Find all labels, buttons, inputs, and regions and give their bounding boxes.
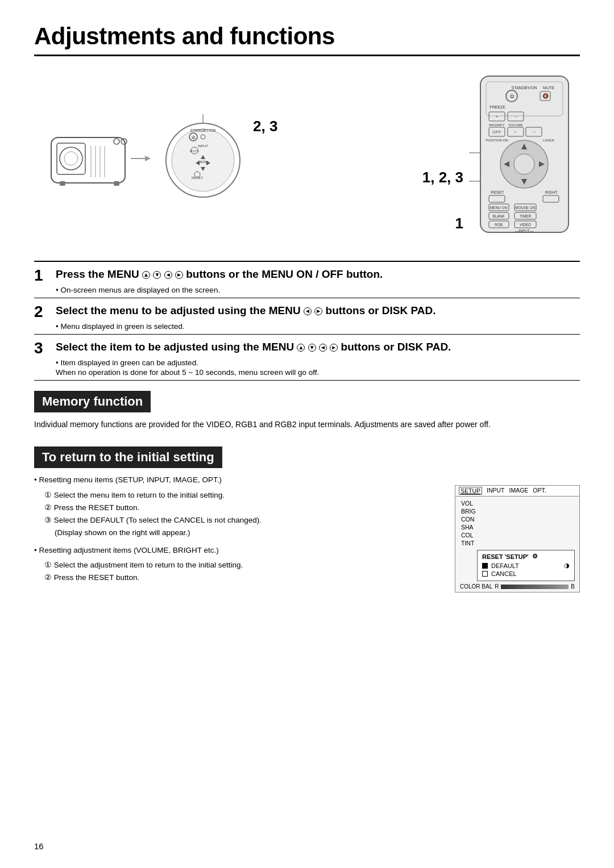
svg-text:RIGHT: RIGHT xyxy=(545,190,558,194)
svg-text:→: → xyxy=(532,129,537,135)
tab-image: IMAGE xyxy=(509,487,529,495)
svg-text:POSITION ON: POSITION ON xyxy=(486,139,508,142)
step-2-number: 2 xyxy=(34,304,50,320)
step-3: 3 Select the item to be adjusted using t… xyxy=(34,335,580,381)
svg-text:STANDBY/ON: STANDBY/ON xyxy=(512,86,537,90)
step-2-note: Menu displayed in green is selected. xyxy=(56,322,580,331)
colorbar xyxy=(501,585,569,589)
page-title: Adjustments and functions xyxy=(34,23,580,50)
svg-text:←: ← xyxy=(513,129,518,135)
return-sub-1-3: ③ Select the DEFAULT (To select the CANC… xyxy=(44,514,438,527)
page-number: 16 xyxy=(34,841,44,851)
return-bullet-1: • Resetting menu items (SETUP, INPUT, IM… xyxy=(34,475,222,484)
empty-square-icon xyxy=(482,571,488,577)
gear-icon: ⚙ xyxy=(532,553,538,560)
step-3-note-2: When no operation is done for about 5 ~ … xyxy=(56,368,580,377)
svg-rect-11 xyxy=(114,181,119,186)
svg-text:LASER: LASER xyxy=(543,139,554,142)
default-option: DEFAULT ◑ xyxy=(482,562,570,569)
svg-text:MENU ON: MENU ON xyxy=(490,206,508,210)
svg-text:+: + xyxy=(496,114,499,119)
svg-text:MAGNIFY: MAGNIFY xyxy=(489,123,504,127)
svg-text:🔇: 🔇 xyxy=(542,93,549,99)
return-sub-1-1: ① Select the menu item to return to the … xyxy=(44,489,438,502)
screen-dialog: SETUP INPUT IMAGE OPT. VOL BRIG CON SHA … xyxy=(455,485,580,592)
step-2-heading: Select the menu to be adjusted using the… xyxy=(56,304,435,318)
colorbar-label: COLOR BAL xyxy=(460,583,492,590)
colorbar-row: COLOR BAL R B xyxy=(460,583,575,590)
tab-opt: OPT. xyxy=(533,487,546,495)
svg-point-55 xyxy=(514,154,534,174)
return-sub-1-2: ② Press the RESET button. xyxy=(44,502,438,514)
popup-title: RESET 'SETUP' ⚙ xyxy=(482,553,570,560)
svg-text:RESET: RESET xyxy=(491,190,504,194)
svg-text:—INPUT—: —INPUT— xyxy=(515,229,534,233)
svg-text:STANDBY/ON: STANDBY/ON xyxy=(190,128,216,132)
return-section-header: To return to the initial setting xyxy=(34,446,222,468)
return-sub-2-1: ① Select the adjustment item to return t… xyxy=(44,559,438,571)
cancel-option: CANCEL xyxy=(482,570,570,577)
steps-section: 1 Press the MENU ▲ ▼ ◄ ► buttons or the … xyxy=(34,261,580,381)
cancel-label: CANCEL xyxy=(491,570,517,577)
brightness-icon: ◑ xyxy=(564,562,570,569)
default-label: DEFAULT xyxy=(491,562,519,569)
return-bullet-2: • Resetting adjustment items (VOLUME, BR… xyxy=(34,546,219,554)
step-1-heading: Press the MENU ▲ ▼ ◄ ► buttons or the ME… xyxy=(56,268,383,282)
filled-square-icon xyxy=(482,563,488,569)
svg-text:⏻: ⏻ xyxy=(192,135,196,139)
settings-table: VOL BRIG CON SHA COL TINT xyxy=(460,499,575,548)
control-panel-diagram: STANDBY/ON ⏻ INPUT MUTE MENU RESET xyxy=(159,112,247,200)
projector-diagram xyxy=(34,112,154,200)
label-1: 1 xyxy=(455,215,463,232)
return-text: • Resetting menu items (SETUP, INPUT, IM… xyxy=(34,474,438,592)
svg-text:FREEZE: FREEZE xyxy=(489,105,505,109)
svg-text:RESET: RESET xyxy=(192,176,203,180)
svg-rect-0 xyxy=(51,137,125,183)
step-3-note-1: Item displayed in green can be adjusted. xyxy=(56,358,580,367)
reset-popup: RESET 'SETUP' ⚙ DEFAULT ◑ CANCEL xyxy=(477,550,575,581)
step-2: 2 Select the menu to be adjusted using t… xyxy=(34,298,580,335)
svg-text:MUTE: MUTE xyxy=(543,86,554,90)
screen-dialog-header: SETUP INPUT IMAGE OPT. xyxy=(455,486,579,496)
step-1: 1 Press the MENU ▲ ▼ ◄ ► buttons or the … xyxy=(34,262,580,298)
return-sub-2-2: ② Press the RESET button. xyxy=(44,571,438,584)
step-3-number: 3 xyxy=(34,340,50,356)
svg-text:OFF: OFF xyxy=(492,130,501,135)
svg-point-8 xyxy=(114,139,119,144)
memory-function-header: Memory function xyxy=(34,391,151,412)
svg-text:VIDEO: VIDEO xyxy=(520,223,531,227)
tab-setup: SETUP xyxy=(459,487,482,495)
svg-text:⏻: ⏻ xyxy=(509,94,515,99)
diagram-area: STANDBY/ON ⏻ INPUT MUTE MENU RESET xyxy=(34,68,580,244)
svg-text:INPUT: INPUT xyxy=(198,144,208,148)
tab-input: INPUT xyxy=(487,487,505,495)
label-2-3: 2, 3 xyxy=(253,118,277,135)
b-label: B xyxy=(571,583,575,590)
step-1-number: 1 xyxy=(34,268,50,283)
svg-text:TIMER: TIMER xyxy=(520,214,532,218)
r-label: R xyxy=(495,583,499,590)
svg-text:VOLUME: VOLUME xyxy=(508,123,522,127)
svg-rect-10 xyxy=(60,181,65,186)
svg-text:MUTE: MUTE xyxy=(190,149,200,153)
remote-control-diagram: STANDBY/ON MUTE ⏻ 🔇 FREEZE + − MAGNIFY V… xyxy=(469,73,580,238)
svg-marker-13 xyxy=(145,156,151,161)
step-1-note: On-screen menus are displayed on the scr… xyxy=(56,286,580,294)
svg-point-2 xyxy=(60,147,82,170)
return-sub-1-4: (Display shown on the right will appear.… xyxy=(55,527,438,539)
label-1-2-3: 1, 2, 3 xyxy=(422,169,463,186)
svg-text:−: − xyxy=(515,114,517,119)
svg-text:MOUSE ON: MOUSE ON xyxy=(515,206,536,210)
screen-dialog-body: VOL BRIG CON SHA COL TINT RESET 'SETUP' … xyxy=(455,496,579,592)
memory-function-body: Individual memory functions are provided… xyxy=(34,418,580,431)
title-divider xyxy=(34,55,580,56)
svg-point-3 xyxy=(64,152,78,165)
svg-text:BLANK: BLANK xyxy=(492,214,505,218)
step-3-heading: Select the item to be adjusted using the… xyxy=(56,340,451,354)
return-section: • Resetting menu items (SETUP, INPUT, IM… xyxy=(34,474,580,592)
svg-text:RGB: RGB xyxy=(495,223,503,227)
